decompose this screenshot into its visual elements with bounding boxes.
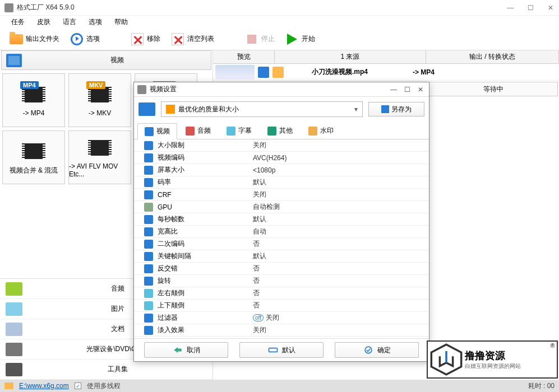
setting-row[interactable]: GPU自动检测 [134,201,429,213]
setting-row[interactable]: 每秒帧数默认 [134,213,429,226]
preset-item-icon [166,105,175,114]
setting-row[interactable]: 上下颠倒否 [134,300,429,312]
toolbar: 输出文件夹 选项 移除 清空列表 停止 开始 [0,28,559,50]
file-target: -> MP4 [413,68,435,76]
output-path[interactable]: E:\www.x6g.com [19,382,69,390]
menu-lang[interactable]: 语言 [57,16,82,28]
setting-row[interactable]: 宽高比自动 [134,226,429,238]
preset-select[interactable]: 最优化的质量和大小 ▾ [161,101,363,117]
svg-point-1 [365,347,372,353]
options-button[interactable]: 选项 [66,31,103,48]
menu-tasks[interactable]: 任务 [6,16,30,28]
dialog-close[interactable]: ✕ [415,86,426,94]
setting-row[interactable]: 过滤器off关闭 [134,312,429,324]
setting-row[interactable]: 关键帧间隔默认 [134,250,429,263]
stop-button[interactable]: 停止 [241,31,278,48]
menu-bar: 任务 皮肤 语言 选项 帮助 [0,16,559,28]
setting-row[interactable]: 视频编码AVC(H264) [134,152,429,164]
elapsed-label: 耗时 : 00 [528,381,555,391]
file-row[interactable]: 小刀洗澡视频.mp4 -> MP4 [213,64,559,81]
settings-tab[interactable]: 视频 [137,123,177,139]
thumbnail [215,65,255,80]
save-icon [381,105,389,113]
format-card[interactable]: 视频合并 & 混流 [2,130,65,184]
col-source: 1 来源 [275,50,426,63]
window-title: 格式工厂 X64 5.9.0 [17,3,506,12]
setting-row[interactable]: 屏幕大小<1080p [134,164,429,176]
settings-tab[interactable]: 字幕 [219,123,259,139]
category-video[interactable]: 视频 [1,50,211,70]
clear-button[interactable]: 清空列表 [167,31,218,48]
output-folder-button[interactable]: 输出文件夹 [6,31,63,48]
info-icon[interactable] [258,67,269,78]
status-bar: E:\www.x6g.com ✓ 使用多线程 耗时 : 00 [0,380,559,392]
dialog-maximize[interactable]: ☐ [402,86,412,94]
status-cell: 等待中 [429,82,558,96]
setting-row[interactable]: 二次编码否 [134,238,429,250]
folder-icon[interactable] [4,382,13,389]
menu-options[interactable]: 选项 [83,16,108,28]
video-settings-dialog: 视频设置 — ☐ ✕ 最优化的质量和大小 ▾ 另存为 视频音频字幕其他水印 大小… [133,82,429,362]
multithread-checkbox[interactable]: ✓ [75,382,81,389]
dialog-minimize[interactable]: — [389,86,399,94]
dialog-title: 视频设置 [150,85,385,94]
minimize-button[interactable]: — [506,4,514,12]
col-output: 输出 / 转换状态 [426,50,559,63]
cancel-button[interactable]: 取消 [144,342,228,358]
category-row[interactable]: 工具集 [0,360,212,380]
settings-tab[interactable]: 音频 [178,123,218,139]
menu-skin[interactable]: 皮肤 [31,16,56,28]
maximize-button[interactable]: ☐ [526,4,534,12]
setting-row[interactable]: 反交错否 [134,263,429,275]
ok-button[interactable]: 确定 [335,342,419,358]
col-preview: 预览 [213,50,275,63]
close-button[interactable]: ✕ [547,4,555,12]
save-as-button[interactable]: 另存为 [368,102,424,116]
start-button[interactable]: 开始 [281,31,318,48]
settings-tab[interactable]: 水印 [301,123,341,139]
settings-tab[interactable]: 其他 [260,123,300,139]
folder-icon[interactable] [272,67,284,78]
setting-row[interactable]: 左右颠倒否 [134,287,429,300]
dialog-icon [137,85,146,94]
chevron-down-icon: ▾ [354,105,358,113]
setting-row[interactable]: CRF关闭 [134,189,429,201]
menu-help[interactable]: 帮助 [109,16,133,28]
setting-row[interactable]: 旋转否 [134,275,429,287]
video-icon [6,54,22,67]
svg-rect-0 [269,348,278,352]
app-icon [4,3,13,12]
multithread-label: 使用多线程 [87,381,121,391]
setting-row[interactable]: 码率默认 [134,176,429,189]
file-name: 小刀洗澡视频.mp4 [312,67,368,77]
watermark: 撸撸资源 白嫖互联网资源的网站 ® [427,340,558,379]
setting-row[interactable]: 淡入效果关闭 [134,324,429,337]
preset-icon [138,102,155,116]
format-card[interactable]: MKV-> MKV [68,73,131,127]
format-card[interactable]: MP4-> MP4 [2,73,65,127]
remove-button[interactable]: 移除 [127,31,164,48]
setting-row[interactable]: 大小限制关闭 [134,139,429,152]
format-card[interactable]: -> AVI FLV MOV Etc... [68,130,131,184]
default-button[interactable]: 默认 [239,342,324,358]
